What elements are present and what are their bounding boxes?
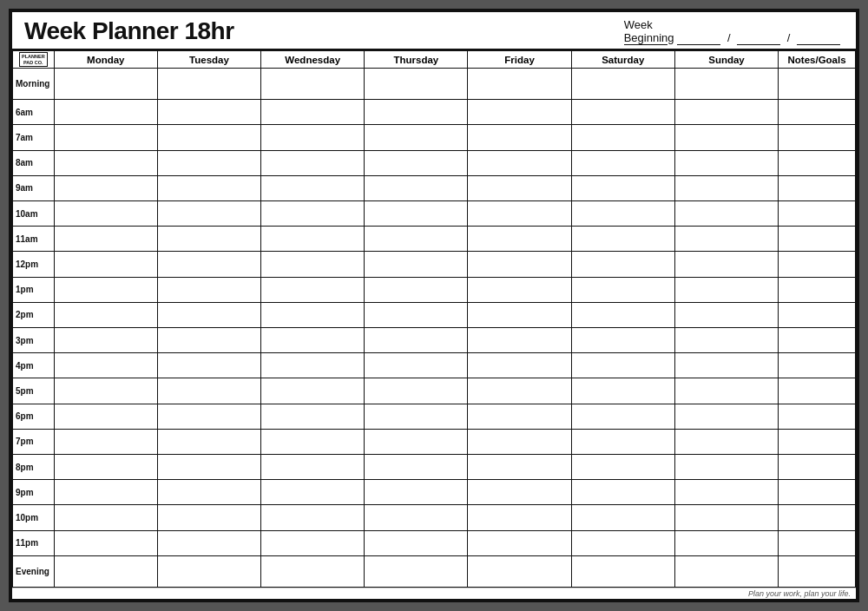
day-cell[interactable] [157, 175, 260, 200]
day-cell[interactable] [674, 429, 778, 454]
day-cell[interactable] [674, 555, 778, 587]
notes-cell[interactable] [779, 555, 856, 587]
notes-cell[interactable] [779, 302, 856, 327]
day-cell[interactable] [365, 530, 468, 555]
day-cell[interactable] [261, 327, 365, 352]
day-cell[interactable] [674, 100, 778, 125]
day-cell[interactable] [468, 252, 571, 277]
day-cell[interactable] [365, 555, 468, 587]
day-cell[interactable] [674, 302, 778, 327]
day-cell[interactable] [54, 175, 157, 200]
day-cell[interactable] [571, 150, 674, 175]
day-cell[interactable] [365, 200, 468, 226]
notes-cell[interactable] [779, 200, 856, 226]
notes-cell[interactable] [779, 353, 856, 378]
day-cell[interactable] [261, 555, 365, 587]
notes-cell[interactable] [779, 327, 856, 352]
day-cell[interactable] [54, 227, 157, 252]
day-cell[interactable] [571, 404, 674, 429]
day-cell[interactable] [365, 125, 468, 150]
day-cell[interactable] [571, 454, 674, 479]
day-cell[interactable] [261, 505, 365, 530]
day-cell[interactable] [365, 378, 468, 404]
day-cell[interactable] [157, 277, 260, 302]
day-cell[interactable] [157, 252, 260, 277]
day-cell[interactable] [468, 530, 571, 555]
day-cell[interactable] [157, 378, 260, 404]
notes-cell[interactable] [779, 125, 856, 150]
day-cell[interactable] [571, 505, 674, 530]
day-cell[interactable] [674, 200, 778, 226]
day-cell[interactable] [571, 530, 674, 555]
day-cell[interactable] [54, 404, 157, 429]
day-cell[interactable] [157, 125, 260, 150]
day-cell[interactable] [261, 200, 365, 226]
day-cell[interactable] [365, 150, 468, 175]
day-cell[interactable] [468, 505, 571, 530]
day-cell[interactable] [571, 175, 674, 200]
notes-cell[interactable] [779, 277, 856, 302]
notes-cell[interactable] [779, 150, 856, 175]
day-cell[interactable] [674, 125, 778, 150]
day-cell[interactable] [261, 125, 365, 150]
day-cell[interactable] [365, 302, 468, 327]
day-cell[interactable] [365, 252, 468, 277]
day-cell[interactable] [261, 150, 365, 175]
day-cell[interactable] [157, 505, 260, 530]
day-cell[interactable] [468, 175, 571, 200]
day-cell[interactable] [674, 480, 778, 505]
day-cell[interactable] [365, 277, 468, 302]
day-cell[interactable] [157, 100, 260, 125]
day-cell[interactable] [261, 454, 365, 479]
day-cell[interactable] [261, 252, 365, 277]
day-cell[interactable] [571, 327, 674, 352]
day-cell[interactable] [571, 353, 674, 378]
day-cell[interactable] [365, 505, 468, 530]
day-cell[interactable] [157, 353, 260, 378]
day-cell[interactable] [468, 200, 571, 226]
day-cell[interactable] [261, 404, 365, 429]
day-cell[interactable] [571, 378, 674, 404]
day-cell[interactable] [365, 429, 468, 454]
day-cell[interactable] [674, 252, 778, 277]
day-cell[interactable] [468, 327, 571, 352]
day-cell[interactable] [674, 69, 778, 100]
day-cell[interactable] [365, 480, 468, 505]
day-cell[interactable] [261, 277, 365, 302]
day-cell[interactable] [365, 327, 468, 352]
day-cell[interactable] [571, 69, 674, 100]
day-cell[interactable] [468, 277, 571, 302]
day-cell[interactable] [468, 555, 571, 587]
day-cell[interactable] [54, 505, 157, 530]
day-cell[interactable] [674, 454, 778, 479]
day-cell[interactable] [365, 227, 468, 252]
day-cell[interactable] [54, 454, 157, 479]
notes-cell[interactable] [779, 100, 856, 125]
day-cell[interactable] [157, 454, 260, 479]
day-cell[interactable] [54, 555, 157, 587]
day-cell[interactable] [365, 175, 468, 200]
notes-cell[interactable] [779, 480, 856, 505]
day-cell[interactable] [157, 480, 260, 505]
day-cell[interactable] [468, 100, 571, 125]
day-cell[interactable] [54, 150, 157, 175]
day-cell[interactable] [54, 530, 157, 555]
day-cell[interactable] [674, 378, 778, 404]
day-cell[interactable] [468, 150, 571, 175]
day-cell[interactable] [468, 454, 571, 479]
day-cell[interactable] [468, 480, 571, 505]
day-cell[interactable] [157, 555, 260, 587]
day-cell[interactable] [157, 429, 260, 454]
day-cell[interactable] [157, 227, 260, 252]
notes-cell[interactable] [779, 454, 856, 479]
day-cell[interactable] [468, 227, 571, 252]
day-cell[interactable] [674, 327, 778, 352]
day-cell[interactable] [468, 378, 571, 404]
day-cell[interactable] [674, 530, 778, 555]
day-cell[interactable] [571, 125, 674, 150]
day-cell[interactable] [571, 200, 674, 226]
day-cell[interactable] [571, 227, 674, 252]
day-cell[interactable] [261, 429, 365, 454]
day-cell[interactable] [261, 69, 365, 100]
day-cell[interactable] [468, 125, 571, 150]
